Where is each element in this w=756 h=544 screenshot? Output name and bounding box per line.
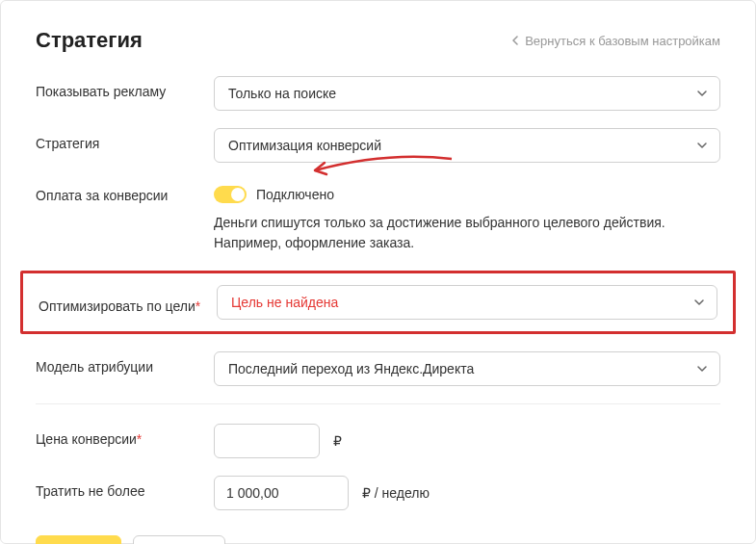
show-ads-label: Показывать рекламу <box>36 76 214 99</box>
price-suffix: ₽ <box>333 433 342 449</box>
price-input[interactable] <box>214 424 320 458</box>
strategy-value: Оптимизация конверсий <box>228 138 381 153</box>
optimize-label: Оптимизировать по цели* <box>39 291 217 314</box>
row-show-ads: Показывать рекламу Только на поиске <box>36 76 720 111</box>
required-mark: * <box>137 431 142 447</box>
optimize-highlight: Оптимизировать по цели* Цель не найдена <box>20 271 736 334</box>
footer: Готово Отмена <box>36 535 720 544</box>
show-ads-value: Только на поиске <box>228 86 336 101</box>
row-strategy: Стратегия Оптимизация конверсий <box>36 128 720 163</box>
cancel-button[interactable]: Отмена <box>133 535 225 544</box>
strategy-select[interactable]: Оптимизация конверсий <box>214 128 720 163</box>
budget-suffix: ₽ / неделю <box>362 485 430 501</box>
attribution-value: Последний переход из Яндекс.Директа <box>228 361 474 376</box>
panel-header: Стратегия Вернуться к базовым настройкам <box>36 28 720 53</box>
row-pay-conversions: Оплата за конверсии Подключено Деньги сп… <box>36 180 720 253</box>
strategy-panel: Стратегия Вернуться к базовым настройкам… <box>0 0 756 544</box>
optimize-goal-select[interactable]: Цель не найдена <box>217 285 717 320</box>
budget-input[interactable] <box>214 476 349 510</box>
done-button[interactable]: Готово <box>36 535 121 544</box>
attribution-select[interactable]: Последний переход из Яндекс.Директа <box>214 351 720 386</box>
chevron-down-icon <box>696 142 708 149</box>
row-price: Цена конверсии* ₽ <box>36 424 720 458</box>
pay-conversions-label: Оплата за конверсии <box>36 180 214 203</box>
pay-conversions-toggle[interactable] <box>214 186 247 203</box>
page-title: Стратегия <box>36 28 143 53</box>
chevron-down-icon <box>696 365 708 373</box>
chevron-down-icon <box>696 90 708 97</box>
chevron-left-icon <box>511 34 519 48</box>
toggle-knob <box>231 188 245 201</box>
optimize-goal-value: Цель не найдена <box>231 295 338 310</box>
pay-conversions-toggle-label: Подключено <box>256 187 334 202</box>
pay-conversions-hint: Деньги спишутся только за достижение выб… <box>214 213 720 253</box>
price-label: Цена конверсии* <box>36 424 214 447</box>
back-link-label: Вернуться к базовым настройкам <box>525 34 720 48</box>
budget-label: Тратить не более <box>36 476 214 499</box>
row-attribution: Модель атрибуции Последний переход из Ян… <box>36 351 720 386</box>
chevron-down-icon <box>693 298 705 306</box>
strategy-label: Стратегия <box>36 128 214 151</box>
row-budget: Тратить не более ₽ / неделю <box>36 476 720 510</box>
back-link[interactable]: Вернуться к базовым настройкам <box>511 34 720 48</box>
attribution-label: Модель атрибуции <box>36 351 214 375</box>
divider <box>36 403 720 404</box>
show-ads-select[interactable]: Только на поиске <box>214 76 720 111</box>
required-mark: * <box>196 298 200 314</box>
